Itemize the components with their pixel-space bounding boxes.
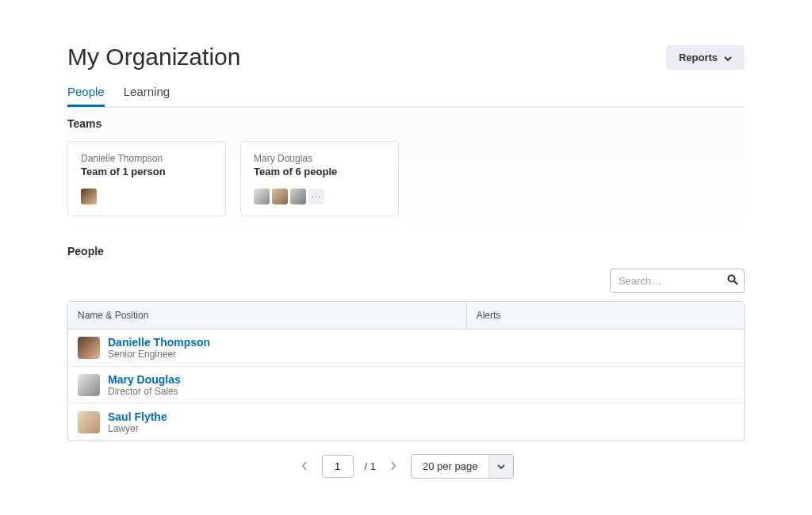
page-total: / 1 [365,460,376,472]
teams-heading: Teams [67,117,745,130]
team-size: Team of 6 people [254,166,385,177]
person-name: Danielle Thompson [108,336,210,349]
search-icon [727,274,738,288]
page-number-input[interactable] [322,455,354,478]
team-owner: Danielle Thompson [81,153,213,164]
person-position: Senior Engineer [108,349,210,360]
people-table: Name & Position Alerts Danielle Thompson… [67,301,745,441]
chevron-down-icon [724,52,732,63]
person-name: Mary Douglas [108,373,181,386]
tab-learning[interactable]: Learning [124,85,170,106]
avatar [78,337,100,359]
table-row[interactable]: Mary Douglas Director of Sales [68,367,744,404]
prev-page-button[interactable] [298,456,311,477]
reports-dropdown-button[interactable]: Reports [666,45,745,70]
pagination: / 1 20 per page [67,454,745,479]
team-owner: Mary Douglas [254,153,385,164]
per-page-label: 20 per page [412,455,488,478]
avatar [78,374,100,396]
avatar [81,189,97,204]
team-size: Team of 1 person [81,166,213,177]
person-position: Director of Sales [108,386,181,397]
next-page-button[interactable] [387,456,400,477]
column-header-alerts: Alerts [467,302,744,329]
chevron-down-icon [488,455,513,478]
team-card[interactable]: Mary Douglas Team of 6 people ··· [240,141,399,216]
avatar [254,189,270,204]
avatar [78,411,100,433]
search-input[interactable] [610,269,745,293]
team-card[interactable]: Danielle Thompson Team of 1 person [67,141,226,216]
tab-bar: People Learning [67,85,745,107]
reports-label: Reports [679,52,718,63]
person-name: Saul Flythe [108,410,167,423]
column-header-name: Name & Position [68,302,467,329]
avatar [272,189,288,204]
page-title: My Organization [67,44,240,71]
more-avatars-button[interactable]: ··· [308,189,324,204]
svg-point-0 [729,275,735,281]
avatar [290,189,306,204]
chevron-right-icon [390,460,396,473]
people-heading: People [67,245,745,258]
per-page-select[interactable]: 20 per page [411,454,514,479]
tab-people[interactable]: People [67,85,105,107]
table-row[interactable]: Saul Flythe Lawyer [68,404,744,441]
person-position: Lawyer [108,423,167,434]
table-row[interactable]: Danielle Thompson Senior Engineer [68,330,744,367]
svg-line-1 [734,281,737,284]
chevron-left-icon [301,460,308,473]
